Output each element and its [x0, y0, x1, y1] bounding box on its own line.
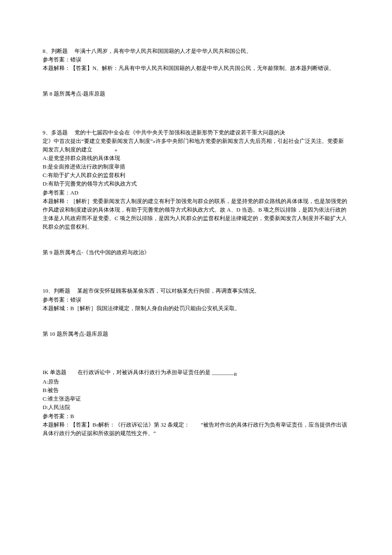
q9-option-d: D:有助于完善党的领导方式和执政方式	[43, 180, 349, 188]
q11-header-text: IK 单选题 在行政诉讼中，对被诉具体行政行为承担举证责任的是 ________	[43, 369, 234, 375]
q9-stem-1: 9、多选题 党的十七届四中全会在《中共中央关于加强和改进新形势下党的建设若干重大…	[43, 128, 349, 137]
q10-explain: 本题解城：B［解析］我国法律规定，限制人身自由的处罚只能由公安机关采取。	[43, 304, 349, 313]
q11-option-a: A:原告	[43, 378, 349, 386]
q8-header: 8、判断题 年满十八周岁，具有中华人民共和国国籍的人才是中华人民共和国公民。	[43, 47, 349, 55]
q9-answer: 参考答案：AD	[43, 189, 349, 197]
question-8: 8、判断题 年满十八周岁，具有中华人民共和国国籍的人才是中华人民共和国公民。 参…	[43, 47, 349, 99]
question-9: 9、多选题 党的十七届四中全会在《中共中央关于加强和改进新形势下党的建设若干重大…	[43, 128, 349, 257]
q11-header: IK 单选题 在行政诉讼中，对被诉具体行政行为承担举证责任的是 ________…	[43, 368, 349, 378]
q10-answer: 参考答案：错误	[43, 296, 349, 304]
q11-explain: 本题解释：【答案】B₀解析：《行政诉讼法》第 32 条规定： ”被告对作出的具体…	[43, 421, 349, 438]
q10-topic: 第 10 题所属考点-题库原题	[43, 330, 349, 338]
q8-topic: 第 8 题所属考点-题库原题	[43, 90, 349, 98]
q9-topic: 第 9 题所属考点-《当代中国的政府与政治》	[43, 248, 349, 257]
q9-option-b: B:是全面推进依法行政的制度举措	[43, 163, 349, 171]
q11-option-c: C:谁主张选举证	[43, 395, 349, 403]
q11-answer: 参考答案：B	[43, 412, 349, 421]
q11-option-b: B:被告	[43, 386, 349, 395]
question-11: IK 单选题 在行政诉讼中，对被诉具体行政行为承担举证责任的是 ________…	[43, 368, 349, 438]
q11-sub: B	[234, 372, 237, 377]
q9-stem-2: 定》中首次提出“要建立党委新闻发言人制度”»许多中央部门和地方党委的新闻发言人先…	[43, 137, 349, 154]
q9-option-c: C:有助于扩大人民群众的监督权利	[43, 171, 349, 180]
question-10: 10、判断题 某超市保安怀疑顾客杨某偷东西，可以对杨某先行拘留，再调查事实情况。…	[43, 287, 349, 338]
q8-answer: 参考答案：错误	[43, 55, 349, 64]
q11-option-d: D:人民法院	[43, 403, 349, 412]
q9-option-a: A:是党坚持群众路线的具体体现	[43, 154, 349, 163]
q10-header: 10、判断题 某超市保安怀疑顾客杨某偷东西，可以对杨某先行拘留，再调查事实情况。	[43, 287, 349, 295]
q8-explain: 本题解释：【答案】N。解析：凡具有中华人民共和国国籍的人都是中华人民共国公民，无…	[43, 64, 349, 73]
q9-explain: 本题解释：［解析］党委新闻发言人制度的建立有利于加强党与群众的联系，是坚持党的群…	[43, 197, 349, 232]
